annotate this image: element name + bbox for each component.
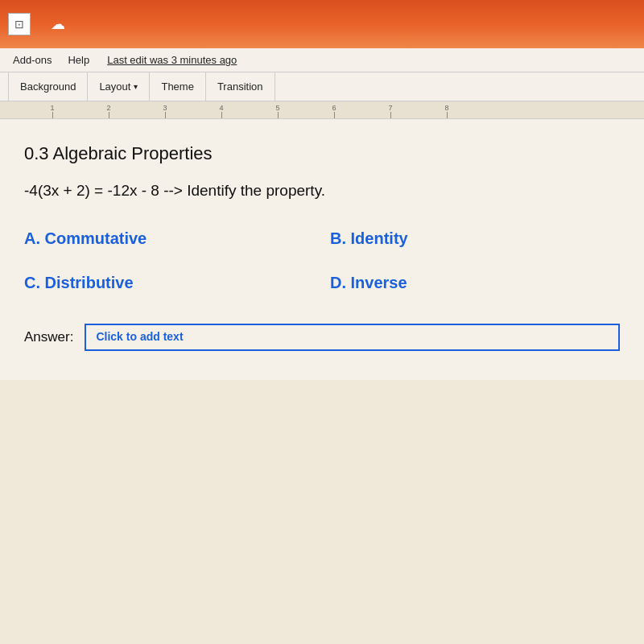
answers-grid: A. Commutative B. Identity C. Distributi… <box>24 226 620 295</box>
background-button[interactable]: Background <box>8 72 88 101</box>
transition-button[interactable]: Transition <box>206 72 275 101</box>
ruler: 1 2 3 4 5 6 7 8 <box>0 101 644 119</box>
ruler-marks: 1 2 3 4 5 6 7 8 <box>24 104 475 118</box>
question-text: -4(3x + 2) = -12x - 8 --> Identify the p… <box>24 180 620 202</box>
top-bar: ⊡ ☁ <box>0 0 644 48</box>
slide-content: 0.3 Algebraic Properties -4(3x + 2) = -1… <box>0 119 644 380</box>
ruler-mark-8: 8 <box>419 104 475 118</box>
ruler-mark-5: 5 <box>250 104 306 118</box>
undo-icon[interactable]: ⊡ <box>8 13 31 35</box>
toolbar: Background Layout Theme Transition <box>0 72 644 101</box>
answer-option-d[interactable]: D. Inverse <box>330 270 620 295</box>
answer-row: Answer: Click to add text <box>24 324 620 351</box>
ruler-mark-7: 7 <box>362 104 419 118</box>
menu-bar: Add-ons Help Last edit was 3 minutes ago <box>0 48 644 72</box>
answer-input[interactable]: Click to add text <box>85 324 620 351</box>
ruler-mark-2: 2 <box>80 104 137 118</box>
layout-button[interactable]: Layout <box>88 72 150 101</box>
slide-title: 0.3 Algebraic Properties <box>24 143 620 164</box>
last-edit-text: Last edit was 3 minutes ago <box>107 54 237 66</box>
menu-addons[interactable]: Add-ons <box>6 52 58 68</box>
ruler-mark-3: 3 <box>137 104 193 118</box>
menu-help[interactable]: Help <box>61 52 96 68</box>
theme-button[interactable]: Theme <box>150 72 205 101</box>
answer-option-a[interactable]: A. Commutative <box>24 226 314 251</box>
answer-label: Answer: <box>24 329 73 345</box>
ruler-mark-1: 1 <box>24 104 80 118</box>
answer-option-c[interactable]: C. Distributive <box>24 270 314 295</box>
ruler-mark-6: 6 <box>306 104 362 118</box>
cloud-icon[interactable]: ☁ <box>47 13 69 35</box>
answer-option-b[interactable]: B. Identity <box>330 226 620 251</box>
ruler-mark-4: 4 <box>193 104 250 118</box>
